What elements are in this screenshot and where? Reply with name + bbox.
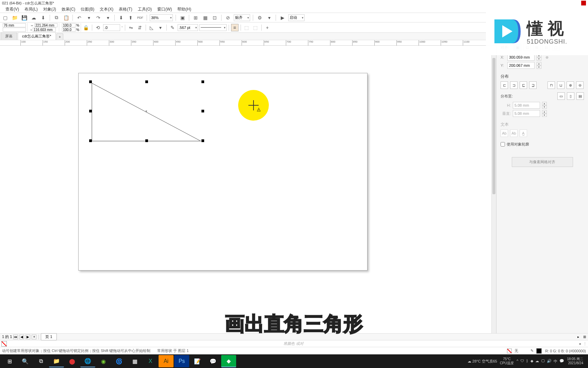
use-outline-checkbox[interactable]: 使用对象轮廓 [501,142,584,147]
outline-indicator-icon[interactable]: ✎ [530,349,534,353]
snap-dropdown[interactable]: 贴齐 [234,14,250,21]
export-icon[interactable]: ⬆ [127,14,134,21]
new-icon[interactable]: ▢ [1,14,9,21]
options-icon[interactable]: ⚙ [256,14,263,21]
spin-up[interactable]: ▴ [542,110,547,113]
wrap-text-icon[interactable]: ≡ [231,24,239,31]
system-tray[interactable]: ^ 🛡 ᛒ ◆ ☁ 🖵 🔊 中 💬 [517,359,564,364]
grid-icon[interactable]: ▦ [201,14,209,21]
task-app-icon[interactable]: ▦ [127,355,142,367]
spin-up[interactable]: ▴ [542,102,547,105]
dist-hcenter-icon[interactable]: ⊐ [510,81,518,89]
menu-window[interactable]: 窗口(W) [155,6,174,13]
height-input[interactable] [33,28,56,32]
menu-text[interactable]: 文本(X) [98,6,115,13]
pos-y-input[interactable] [3,28,26,32]
undo-dd-icon[interactable]: ▾ [85,14,93,21]
redo-icon[interactable]: ↷ [95,14,102,21]
open-icon[interactable]: 📁 [11,14,18,21]
import-icon[interactable]: ⬇ [117,14,125,21]
h-spacing-input[interactable] [513,102,540,109]
hscroll-ctrl-icon[interactable]: ⊞ [583,335,586,339]
zoom-dropdown[interactable]: 38% [150,14,173,21]
menu-layout[interactable]: 布局(L) [22,6,40,13]
selection-handle[interactable] [145,139,148,142]
edge-icon[interactable]: 🌀 [112,355,127,367]
stroke-style-dropdown[interactable] [199,24,227,31]
menu-effect[interactable]: 效果(C) [60,6,78,13]
stroke-width-dropdown[interactable]: .567 pt [178,24,198,31]
notes-icon[interactable]: 📝 [190,355,205,367]
redo-dd-icon[interactable]: ▾ [104,14,112,21]
mirror-h-icon[interactable]: ⇋ [127,24,135,31]
dist-to-sel-icon[interactable]: ▭ [557,92,565,100]
menu-help[interactable]: 帮助(H) [175,6,193,13]
menu-object[interactable]: 对象(J) [41,6,58,13]
selection-handle[interactable] [201,80,204,83]
dist-vcenter-icon[interactable]: ⊔ [557,81,565,89]
selection-handle[interactable] [89,110,92,112]
options-dd-icon[interactable]: ▾ [265,14,273,21]
record-icon[interactable]: ⬤ [65,355,80,367]
width-input[interactable] [34,23,58,27]
tray-volume-icon[interactable]: 🔊 [547,359,552,364]
canvas[interactable]: × ◬ [0,46,496,333]
spin-down[interactable]: ▾ [537,65,541,69]
outline-icon[interactable]: ✎ [169,24,176,31]
page-prev-icon[interactable]: ◀ [19,335,24,339]
dist-left-icon[interactable]: ⊏ [501,81,508,89]
save-icon[interactable]: 💾 [20,14,28,21]
dist-top-icon[interactable]: ⊓ [548,81,555,89]
outline-checkbox-input[interactable] [501,142,505,147]
page-add-icon[interactable]: + [32,335,36,339]
scale-x-input[interactable] [62,23,76,27]
excel-icon[interactable]: X [143,355,158,367]
tray-green-icon[interactable]: ◆ [530,359,533,364]
align-y-input[interactable] [507,62,535,69]
tray-ime-icon[interactable]: 中 [554,359,557,364]
tab-document[interactable]: cdr怎么画三角形* [18,32,56,40]
palette-arrow-icon[interactable]: ▸ [579,342,581,346]
menu-bitmap[interactable]: 位图(B) [79,6,96,13]
coreldraw-icon[interactable]: ◆ [221,355,236,367]
tray-up-icon[interactable]: ^ [517,359,518,364]
search-icon[interactable]: 🔍 [18,355,33,367]
pdf-icon[interactable]: PDF [136,14,144,21]
start-button[interactable]: ⊞ [2,355,17,367]
pos-x-input[interactable] [3,23,26,27]
rotation-input[interactable] [103,24,120,31]
shape-icon[interactable]: ◺ [148,24,156,31]
selection-handle[interactable] [89,80,92,83]
vertical-scrollbar[interactable] [491,51,496,333]
black-swatch[interactable] [536,348,542,354]
explorer-icon[interactable]: 📁 [49,355,64,367]
spin-down[interactable]: ▾ [542,105,547,109]
page-first-icon[interactable]: ⏮ [13,335,18,339]
photoshop-icon[interactable]: Ps [174,355,189,367]
window-control-icon[interactable] [581,1,586,5]
menu-table[interactable]: 表格(T) [117,6,134,13]
scale-y-input[interactable] [62,28,76,32]
chrome-icon[interactable]: 🌐 [80,355,95,367]
app-green-icon[interactable]: ◉ [96,355,111,367]
paste-icon[interactable]: 📋 [62,14,70,21]
mirror-v-icon[interactable]: ⇵ [136,24,144,31]
rulers-icon[interactable]: ⊞ [192,14,199,21]
dist-bottom-icon[interactable]: ⊖ [576,81,584,89]
target-icon[interactable]: ⊕ [545,55,549,60]
menu-tools[interactable]: 工具(O) [136,6,154,13]
selection-handle[interactable] [201,110,204,112]
palette-menu-icon[interactable]: ⋮ [583,342,587,346]
dist-vspace-icon[interactable]: ⊕ [567,81,574,89]
hscroll-arrow-icon[interactable]: ▸ [577,335,579,339]
triangle-shape[interactable] [88,80,204,148]
tray-shield-icon[interactable]: 🛡 [520,359,524,364]
no-fill-swatch[interactable] [1,341,7,347]
dist-to-extent-icon[interactable]: ▤ [576,92,584,100]
v-spacing-input[interactable] [513,110,540,117]
add-icon[interactable]: + [264,24,271,31]
dist-right-icon[interactable]: ⊒ [529,81,537,89]
page-next-icon[interactable]: ▶ [26,335,30,339]
launch-dropdown[interactable]: 启动 [288,14,305,21]
page-tab[interactable]: 页 1 [41,333,56,340]
